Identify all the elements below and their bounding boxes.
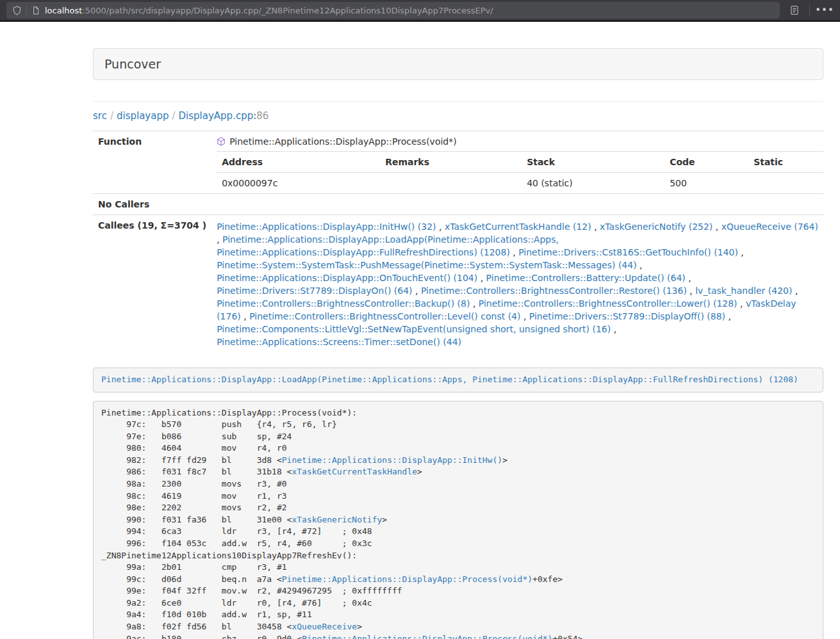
app-header-panel: Puncover — [93, 48, 823, 80]
url-host: localhost — [45, 6, 82, 15]
callee-separator: , — [725, 311, 731, 321]
breadcrumb-line-number: 86 — [256, 110, 268, 122]
column-header-static: Static — [748, 152, 823, 173]
callee-separator: , — [241, 311, 249, 321]
callee-link[interactable]: Pinetime::Controllers::BrightnessControl… — [217, 298, 470, 309]
remarks-value — [380, 173, 522, 194]
callee-link[interactable]: Pinetime::Controllers::BrightnessControl… — [479, 298, 737, 309]
callee-separator: , — [611, 324, 616, 334]
column-header-stack: Stack — [522, 152, 664, 173]
menu-button[interactable]: ••• — [816, 2, 834, 19]
callee-link[interactable]: Pinetime::Drivers::St7789::DisplayOff() … — [529, 311, 725, 321]
function-cube-icon — [217, 137, 226, 146]
callee-link[interactable]: Pinetime::Applications::DisplayApp::Load… — [217, 234, 559, 257]
callee-link[interactable]: Pinetime::System::SystemTask::PushMessag… — [217, 260, 637, 270]
callee-link[interactable]: xTaskGetCurrentTaskHandle (12) — [445, 222, 591, 232]
callee-link[interactable]: Pinetime::Controllers::Battery::Update()… — [486, 273, 686, 283]
callee-separator: , — [686, 273, 691, 283]
page-title: Puncover — [104, 57, 161, 71]
code-value: 500 — [664, 173, 748, 194]
loadapp-snippet-block: Pinetime::Applications::DisplayApp::Load… — [93, 368, 823, 392]
callee-separator: , — [792, 286, 798, 296]
no-callers-label: No Callers — [93, 194, 211, 215]
stack-value: 40 (static) — [522, 173, 664, 194]
callee-separator: , — [436, 222, 445, 232]
callee-separator: , — [712, 222, 721, 232]
column-header-remarks: Remarks — [380, 152, 522, 173]
url-input[interactable]: localhost:5000/path/src/displayapp/Displ… — [6, 2, 780, 19]
callees-label: Callees (19, Σ=3704 ) — [93, 215, 211, 354]
callee-link[interactable]: Pinetime::Components::LittleVgl::SetNewT… — [217, 324, 611, 334]
callee-link[interactable]: Pinetime::Drivers::St7789::DisplayOn() (… — [217, 286, 412, 296]
url-path: :5000/path/src/displayapp/DisplayApp.cpp… — [82, 6, 493, 15]
callee-separator: , — [217, 234, 222, 245]
reader-view-button[interactable] — [786, 2, 803, 19]
page-container: Puncover src/displayapp/DisplayApp.cpp:8… — [93, 48, 823, 639]
callee-separator: , — [687, 286, 695, 296]
no-callers-row: No Callers — [93, 194, 823, 215]
callee-separator: , — [591, 222, 600, 232]
toolbar-divider — [809, 4, 810, 16]
callee-link[interactable]: Pinetime::Applications::DisplayApp::OnTo… — [217, 273, 477, 283]
stats-value-row: 0x0000097c 40 (static) 500 — [217, 173, 823, 194]
urlbar-divider — [26, 5, 27, 15]
callee-link[interactable]: Pinetime::Applications::Screens::Timer::… — [217, 337, 461, 347]
static-value — [748, 173, 823, 194]
callee-separator: , — [413, 286, 421, 296]
callee-separator: , — [637, 260, 643, 270]
symbol-link[interactable]: xTaskGenericNotify — [292, 515, 382, 524]
page-icon — [31, 6, 40, 15]
function-stats-table: Address Remarks Stack Code Static 0x0000… — [217, 151, 823, 193]
stats-header-row: Address Remarks Stack Code Static — [217, 152, 823, 173]
callee-separator: , — [520, 311, 529, 321]
loadapp-link[interactable]: Pinetime::Applications::DisplayApp::Load… — [101, 375, 798, 384]
callee-link[interactable]: Pinetime::Controllers::BrightnessControl… — [421, 286, 687, 296]
browser-toolbar: localhost:5000/path/src/displayapp/Displ… — [0, 0, 840, 22]
breadcrumb-separator: / — [172, 110, 175, 122]
breadcrumb: src/displayapp/DisplayApp.cpp:86 — [93, 110, 823, 122]
function-name: Pinetime::Applications::DisplayApp::Proc… — [229, 136, 457, 147]
divider — [93, 101, 823, 102]
symbol-link[interactable]: Pinetime::Applications::DisplayApp::Proc… — [302, 634, 552, 639]
address-value: 0x0000097c — [217, 173, 380, 194]
reader-view-icon — [790, 5, 799, 15]
callee-link[interactable]: Pinetime::Controllers::BrightnessControl… — [249, 311, 520, 321]
callee-link[interactable]: xTaskGenericNotify (252) — [600, 222, 712, 232]
callee-separator: , — [510, 247, 518, 257]
symbol-link[interactable]: xQueueReceive — [292, 622, 357, 631]
breadcrumb-link-displayapp[interactable]: displayapp — [117, 110, 169, 122]
callee-separator: , — [738, 247, 744, 257]
function-detail-table: Function Pinetime::Applications::Display… — [93, 131, 823, 353]
callee-separator: , — [470, 298, 478, 309]
function-row: Function Pinetime::Applications::Display… — [93, 131, 823, 194]
column-header-code: Code — [664, 152, 748, 173]
url-text: localhost:5000/path/src/displayapp/Displ… — [45, 6, 493, 15]
symbol-link[interactable]: xTaskGetCurrentTaskHandle — [292, 467, 417, 476]
symbol-link[interactable]: Pinetime::Applications::DisplayApp::Init… — [282, 455, 502, 465]
function-label: Function — [93, 131, 211, 194]
breadcrumb-separator: / — [110, 110, 113, 122]
callee-separator: , — [737, 298, 746, 309]
callee-link[interactable]: lv_task_handler (420) — [695, 286, 792, 296]
breadcrumb-link-src[interactable]: src — [93, 110, 107, 122]
callee-separator: , — [477, 273, 486, 283]
callee-link[interactable]: xQueueReceive (764) — [721, 222, 818, 232]
callees-list: Pinetime::Applications::DisplayApp::Init… — [211, 215, 823, 354]
shield-icon — [12, 6, 22, 15]
disassembly-pre: Pinetime::Applications::DisplayApp::Proc… — [93, 401, 823, 639]
callees-row: Callees (19, Σ=3704 ) Pinetime::Applicat… — [93, 215, 823, 354]
callee-link[interactable]: Pinetime::Applications::DisplayApp::Init… — [217, 222, 436, 232]
callee-link[interactable]: Pinetime::Drivers::Cst816S::GetTouchInfo… — [518, 247, 738, 257]
column-header-address: Address — [217, 152, 380, 173]
no-callers-value — [211, 194, 823, 215]
breadcrumb-link-file[interactable]: DisplayApp.cpp — [179, 110, 254, 122]
symbol-link[interactable]: Pinetime::Applications::DisplayApp::Proc… — [282, 574, 532, 584]
